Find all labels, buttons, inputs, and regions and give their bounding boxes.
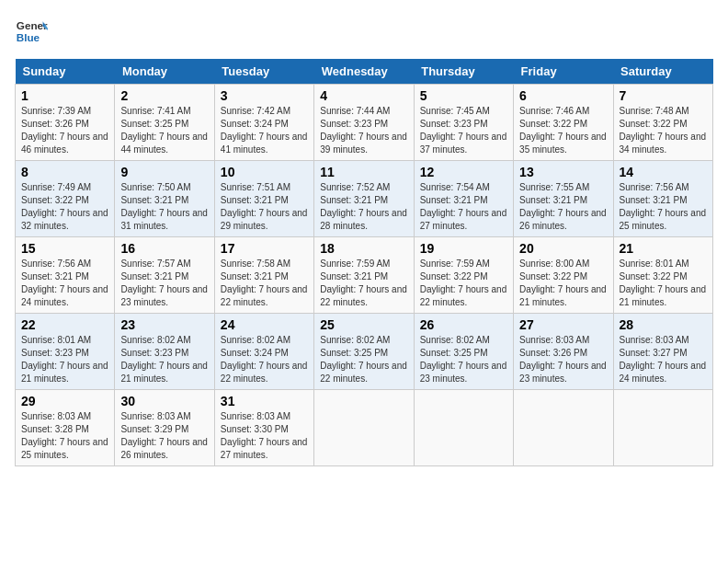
day-detail: Sunrise: 8:03 AM Sunset: 3:26 PM Dayligh… bbox=[519, 334, 607, 385]
calendar-cell: 1 Sunrise: 7:39 AM Sunset: 3:26 PM Dayli… bbox=[16, 85, 115, 161]
weekday-header-row: SundayMondayTuesdayWednesdayThursdayFrid… bbox=[16, 59, 713, 85]
day-number: 19 bbox=[420, 241, 507, 256]
day-detail: Sunrise: 7:54 AM Sunset: 3:21 PM Dayligh… bbox=[420, 181, 507, 233]
calendar-cell: 3 Sunrise: 7:42 AM Sunset: 3:24 PM Dayli… bbox=[214, 85, 313, 161]
day-detail: Sunrise: 7:51 AM Sunset: 3:21 PM Dayligh… bbox=[221, 181, 308, 233]
calendar-cell: 15 Sunrise: 7:56 AM Sunset: 3:21 PM Dayl… bbox=[16, 237, 115, 314]
day-detail: Sunrise: 7:59 AM Sunset: 3:22 PM Dayligh… bbox=[420, 258, 507, 309]
calendar-cell: 7 Sunrise: 7:48 AM Sunset: 3:22 PM Dayli… bbox=[613, 85, 712, 161]
weekday-header-monday: Monday bbox=[115, 59, 214, 85]
day-detail: Sunrise: 8:03 AM Sunset: 3:28 PM Dayligh… bbox=[21, 410, 108, 462]
svg-text:Blue: Blue bbox=[17, 31, 40, 43]
calendar-cell bbox=[314, 390, 414, 466]
weekday-header-wednesday: Wednesday bbox=[314, 59, 414, 85]
day-detail: Sunrise: 7:57 AM Sunset: 3:21 PM Dayligh… bbox=[120, 258, 208, 309]
day-number: 31 bbox=[221, 394, 308, 408]
calendar-cell: 11 Sunrise: 7:52 AM Sunset: 3:21 PM Dayl… bbox=[314, 161, 414, 237]
day-number: 8 bbox=[21, 165, 108, 179]
calendar-cell: 4 Sunrise: 7:44 AM Sunset: 3:23 PM Dayli… bbox=[314, 85, 414, 161]
calendar-cell: 27 Sunrise: 8:03 AM Sunset: 3:26 PM Dayl… bbox=[514, 314, 613, 390]
weekday-header-saturday: Saturday bbox=[613, 59, 712, 85]
calendar-cell bbox=[613, 390, 712, 466]
calendar-cell: 30 Sunrise: 8:03 AM Sunset: 3:29 PM Dayl… bbox=[115, 390, 214, 466]
day-number: 9 bbox=[120, 165, 208, 179]
day-detail: Sunrise: 7:46 AM Sunset: 3:22 PM Dayligh… bbox=[519, 105, 607, 156]
day-detail: Sunrise: 7:42 AM Sunset: 3:24 PM Dayligh… bbox=[221, 105, 308, 156]
calendar-cell: 26 Sunrise: 8:02 AM Sunset: 3:25 PM Dayl… bbox=[414, 314, 513, 390]
weekday-header-thursday: Thursday bbox=[414, 59, 513, 85]
calendar-cell: 12 Sunrise: 7:54 AM Sunset: 3:21 PM Dayl… bbox=[414, 161, 513, 237]
day-number: 21 bbox=[620, 241, 707, 256]
calendar-cell: 28 Sunrise: 8:03 AM Sunset: 3:27 PM Dayl… bbox=[613, 314, 712, 390]
calendar-cell: 2 Sunrise: 7:41 AM Sunset: 3:25 PM Dayli… bbox=[115, 85, 214, 161]
day-detail: Sunrise: 7:49 AM Sunset: 3:22 PM Dayligh… bbox=[21, 181, 108, 233]
calendar-cell: 24 Sunrise: 8:02 AM Sunset: 3:24 PM Dayl… bbox=[214, 314, 313, 390]
logo: General Blue bbox=[15, 15, 51, 48]
day-number: 6 bbox=[519, 88, 607, 103]
day-detail: Sunrise: 7:58 AM Sunset: 3:21 PM Dayligh… bbox=[221, 258, 308, 309]
calendar-week-5: 29 Sunrise: 8:03 AM Sunset: 3:28 PM Dayl… bbox=[16, 390, 713, 466]
day-number: 22 bbox=[21, 317, 108, 332]
day-detail: Sunrise: 7:52 AM Sunset: 3:21 PM Dayligh… bbox=[320, 181, 407, 233]
day-detail: Sunrise: 7:56 AM Sunset: 3:21 PM Dayligh… bbox=[21, 258, 108, 309]
day-detail: Sunrise: 8:03 AM Sunset: 3:30 PM Dayligh… bbox=[221, 410, 308, 462]
day-number: 1 bbox=[21, 88, 108, 103]
calendar-cell: 18 Sunrise: 7:59 AM Sunset: 3:21 PM Dayl… bbox=[314, 237, 414, 314]
day-detail: Sunrise: 8:03 AM Sunset: 3:27 PM Dayligh… bbox=[620, 334, 707, 385]
day-number: 24 bbox=[221, 317, 308, 332]
day-number: 4 bbox=[320, 88, 407, 103]
day-detail: Sunrise: 7:45 AM Sunset: 3:23 PM Dayligh… bbox=[420, 105, 507, 156]
calendar-body: 1 Sunrise: 7:39 AM Sunset: 3:26 PM Dayli… bbox=[16, 85, 713, 466]
day-detail: Sunrise: 7:48 AM Sunset: 3:22 PM Dayligh… bbox=[620, 105, 707, 156]
day-detail: Sunrise: 7:39 AM Sunset: 3:26 PM Dayligh… bbox=[21, 105, 108, 156]
calendar-cell: 17 Sunrise: 7:58 AM Sunset: 3:21 PM Dayl… bbox=[214, 237, 313, 314]
day-number: 30 bbox=[120, 394, 208, 408]
day-number: 13 bbox=[519, 165, 607, 179]
calendar-cell: 16 Sunrise: 7:57 AM Sunset: 3:21 PM Dayl… bbox=[115, 237, 214, 314]
day-detail: Sunrise: 8:01 AM Sunset: 3:23 PM Dayligh… bbox=[21, 334, 108, 385]
day-number: 16 bbox=[120, 241, 208, 256]
logo-icon: General Blue bbox=[15, 15, 48, 48]
day-number: 26 bbox=[420, 317, 507, 332]
day-number: 18 bbox=[320, 241, 407, 256]
calendar-cell bbox=[414, 390, 513, 466]
weekday-header-sunday: Sunday bbox=[16, 59, 115, 85]
calendar-cell: 25 Sunrise: 8:02 AM Sunset: 3:25 PM Dayl… bbox=[314, 314, 414, 390]
day-detail: Sunrise: 7:55 AM Sunset: 3:21 PM Dayligh… bbox=[519, 181, 607, 233]
calendar-cell: 6 Sunrise: 7:46 AM Sunset: 3:22 PM Dayli… bbox=[514, 85, 613, 161]
day-number: 2 bbox=[120, 88, 208, 103]
day-number: 3 bbox=[221, 88, 308, 103]
weekday-header-tuesday: Tuesday bbox=[214, 59, 313, 85]
day-number: 23 bbox=[120, 317, 208, 332]
calendar-cell: 20 Sunrise: 8:00 AM Sunset: 3:22 PM Dayl… bbox=[514, 237, 613, 314]
day-detail: Sunrise: 8:02 AM Sunset: 3:24 PM Dayligh… bbox=[221, 334, 308, 385]
day-number: 12 bbox=[420, 165, 507, 179]
calendar-cell: 19 Sunrise: 7:59 AM Sunset: 3:22 PM Dayl… bbox=[414, 237, 513, 314]
day-number: 5 bbox=[420, 88, 507, 103]
day-number: 10 bbox=[221, 165, 308, 179]
day-number: 11 bbox=[320, 165, 407, 179]
day-detail: Sunrise: 8:02 AM Sunset: 3:25 PM Dayligh… bbox=[320, 334, 407, 385]
calendar-week-3: 15 Sunrise: 7:56 AM Sunset: 3:21 PM Dayl… bbox=[16, 237, 713, 314]
day-number: 25 bbox=[320, 317, 407, 332]
day-number: 20 bbox=[519, 241, 607, 256]
calendar-cell: 9 Sunrise: 7:50 AM Sunset: 3:21 PM Dayli… bbox=[115, 161, 214, 237]
calendar-cell: 31 Sunrise: 8:03 AM Sunset: 3:30 PM Dayl… bbox=[214, 390, 313, 466]
day-number: 7 bbox=[620, 88, 707, 103]
weekday-header-friday: Friday bbox=[514, 59, 613, 85]
day-number: 15 bbox=[21, 241, 108, 256]
day-detail: Sunrise: 8:02 AM Sunset: 3:23 PM Dayligh… bbox=[120, 334, 208, 385]
calendar-cell: 5 Sunrise: 7:45 AM Sunset: 3:23 PM Dayli… bbox=[414, 85, 513, 161]
day-number: 14 bbox=[620, 165, 707, 179]
day-detail: Sunrise: 8:00 AM Sunset: 3:22 PM Dayligh… bbox=[519, 258, 607, 309]
calendar-cell: 23 Sunrise: 8:02 AM Sunset: 3:23 PM Dayl… bbox=[115, 314, 214, 390]
calendar-cell: 14 Sunrise: 7:56 AM Sunset: 3:21 PM Dayl… bbox=[613, 161, 712, 237]
day-number: 28 bbox=[620, 317, 707, 332]
calendar-week-1: 1 Sunrise: 7:39 AM Sunset: 3:26 PM Dayli… bbox=[16, 85, 713, 161]
day-detail: Sunrise: 8:03 AM Sunset: 3:29 PM Dayligh… bbox=[120, 410, 208, 462]
day-number: 27 bbox=[519, 317, 607, 332]
calendar-cell bbox=[514, 390, 613, 466]
day-detail: Sunrise: 8:01 AM Sunset: 3:22 PM Dayligh… bbox=[620, 258, 707, 309]
day-detail: Sunrise: 8:02 AM Sunset: 3:25 PM Dayligh… bbox=[420, 334, 507, 385]
calendar-table: SundayMondayTuesdayWednesdayThursdayFrid… bbox=[15, 59, 713, 466]
